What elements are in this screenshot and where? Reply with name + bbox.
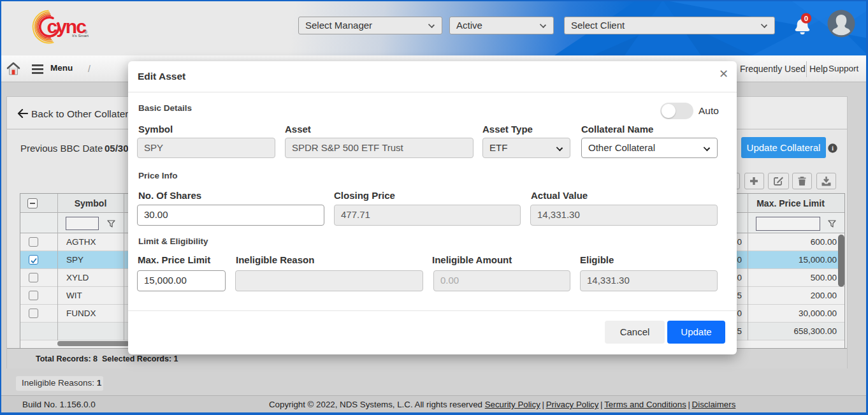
- svg-text:i: i: [832, 144, 834, 152]
- svg-text:It's Smart: It's Smart: [72, 33, 89, 38]
- svg-text:0: 0: [804, 15, 808, 22]
